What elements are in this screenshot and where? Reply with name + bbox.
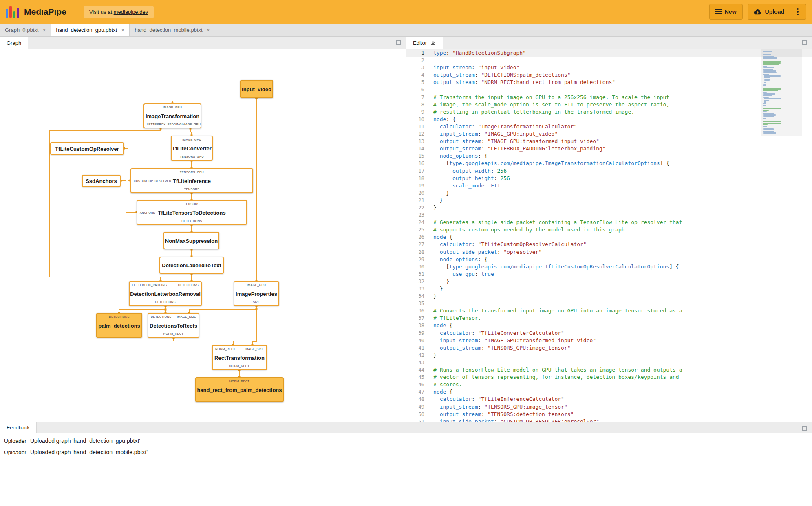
- editor-line[interactable]: 46# scores.: [406, 381, 812, 388]
- port-label: DETECTIONS: [155, 300, 175, 304]
- download-icon[interactable]: [430, 40, 436, 46]
- graph-node-tflite-tensors-to-detections[interactable]: TENSORS ANCHORS TfLiteTensorsToDetection…: [137, 200, 247, 225]
- editor-tab-label: Editor: [413, 40, 427, 46]
- graph-canvas[interactable]: input_video IMAGE_GPU ImageTransformatio…: [0, 49, 406, 422]
- expand-graph-panel-icon[interactable]: [396, 40, 401, 45]
- editor-line[interactable]: 27 calculator: "TfLiteCustomOpResolverCa…: [406, 241, 812, 248]
- file-tab-graph0[interactable]: Graph_0.pbtxt ×: [0, 24, 51, 36]
- editor-line[interactable]: 30 [type.googleapis.com/mediapipe.TfLite…: [406, 263, 812, 271]
- graph-node-detection-letterbox-removal[interactable]: LETTERBOX_PADDING DETECTIONS DetectionLe…: [129, 281, 202, 306]
- upload-menu-kebab-icon[interactable]: [792, 8, 800, 15]
- graph-node-hand-rect-from-palm-detections[interactable]: NORM_RECT hand_rect_from_palm_detections: [195, 377, 284, 402]
- editor-line[interactable]: 25# supports custom ops needed by the mo…: [406, 226, 812, 233]
- editor-line[interactable]: 40 input_stream: "IMAGE_GPU:transformed_…: [406, 337, 812, 344]
- port-label: IMAGE_GPU: [247, 283, 266, 287]
- editor-line[interactable]: 38node {: [406, 322, 812, 329]
- editor-line[interactable]: 8# image, the scale_mode option is set t…: [406, 101, 812, 108]
- editor-line[interactable]: 3input_stream: "input_video": [406, 64, 812, 71]
- graph-node-detection-label-id-to-text[interactable]: DetectionLabelIdToText: [159, 257, 224, 274]
- editor-line[interactable]: 49 input_stream: "TENSORS_GPU:image_tens…: [406, 403, 812, 411]
- editor-line[interactable]: 11 calculator: "ImageTransformationCalcu…: [406, 123, 812, 130]
- graph-node-rect-transformation[interactable]: NORM_RECT IMAGE_SIZE RectTransformation …: [212, 345, 267, 370]
- editor-line[interactable]: 23: [406, 211, 812, 219]
- tab-feedback[interactable]: Feedback: [0, 422, 37, 433]
- editor-line[interactable]: 2: [406, 57, 812, 64]
- editor-line[interactable]: 1type: "HandDetectionSubgraph": [406, 49, 812, 57]
- node-title: TfLiteInference: [131, 178, 252, 184]
- expand-feedback-panel-icon[interactable]: [802, 426, 807, 431]
- editor-line[interactable]: 10node: {: [406, 116, 812, 123]
- editor-line[interactable]: 19 scale_mode: FIT: [406, 182, 812, 189]
- editor-line[interactable]: 34}: [406, 293, 812, 300]
- editor-line[interactable]: 24# Generates a single side packet conta…: [406, 219, 812, 226]
- editor-line[interactable]: 12 input_stream: "IMAGE_GPU:input_video": [406, 130, 812, 138]
- close-icon[interactable]: ×: [42, 27, 46, 33]
- editor-line[interactable]: 14 output_stream: "LETTERBOX_PADDING:let…: [406, 145, 812, 152]
- tab-graph[interactable]: Graph: [0, 37, 28, 49]
- editor-line[interactable]: 15 node_options: {: [406, 152, 812, 160]
- port-label: IMAGE_SIZE: [177, 315, 196, 319]
- editor-line[interactable]: 44# Runs a TensorFlow Lite model on GPU …: [406, 366, 812, 374]
- editor-line[interactable]: 21 }: [406, 197, 812, 204]
- tab-editor[interactable]: Editor: [406, 37, 443, 49]
- expand-editor-panel-icon[interactable]: [802, 40, 807, 45]
- port-label: DETECTIONS: [151, 315, 171, 319]
- visit-prefix: Visit us at: [89, 9, 114, 15]
- editor-line[interactable]: 45# vector of tensors representing, for …: [406, 374, 812, 381]
- editor-line[interactable]: 17 output_width: 256: [406, 167, 812, 175]
- editor-line[interactable]: 29 node_options: {: [406, 256, 812, 263]
- editor-line[interactable]: 5output_stream: "NORM_RECT:hand_rect_fro…: [406, 79, 812, 86]
- graph-node-tflite-inference[interactable]: TENSORS_GPU CUSTOM_OP_RESOLVER TfLiteInf…: [130, 168, 253, 193]
- editor-code-area[interactable]: 1type: "HandDetectionSubgraph"23input_st…: [406, 49, 812, 422]
- editor-line[interactable]: 7# Transforms the input image on GPU to …: [406, 94, 812, 101]
- editor-line[interactable]: 41 output_stream: "TENSORS_GPU:image_ten…: [406, 344, 812, 352]
- node-title: ImageTransformation: [144, 113, 201, 119]
- graph-node-ssd-anchors[interactable]: SsdAnchors: [82, 175, 121, 187]
- editor-line[interactable]: 4output_stream: "DETECTIONS:palm_detecti…: [406, 71, 812, 79]
- mediapipe-dev-link[interactable]: mediapipe.dev: [114, 9, 148, 15]
- node-title: NonMaxSuppression: [164, 238, 218, 244]
- graph-node-tflite-custom-op-resolver[interactable]: TfLiteCustomOpResolver: [50, 142, 124, 155]
- close-icon[interactable]: ×: [121, 27, 124, 33]
- graph-node-non-max-suppression[interactable]: NonMaxSuppression: [163, 232, 219, 249]
- file-tab-hand-detection-mobile[interactable]: hand_detection_mobile.pbtxt ×: [130, 24, 215, 36]
- graph-node-tflite-converter[interactable]: IMAGE_GPU TfLiteConverter TENSORS_GPU: [171, 136, 213, 161]
- feedback-source: Uploader: [0, 449, 25, 455]
- editor-line[interactable]: 36# Converts the transformed input image…: [406, 307, 812, 315]
- editor-line[interactable]: 37# TfLiteTensor.: [406, 315, 812, 322]
- editor-line[interactable]: 31 use_gpu: true: [406, 271, 812, 278]
- editor-line[interactable]: 43: [406, 359, 812, 366]
- port-label: IMAGE_SIZE: [245, 347, 264, 351]
- graph-node-image-transformation[interactable]: IMAGE_GPU ImageTransformation LETTERBOX_…: [143, 103, 201, 128]
- editor-line[interactable]: 48 calculator: "TfLiteInferenceCalculato…: [406, 396, 812, 403]
- editor-line[interactable]: 35: [406, 300, 812, 307]
- editor-line[interactable]: 42}: [406, 352, 812, 359]
- close-icon[interactable]: ×: [207, 27, 210, 33]
- node-title: input_video: [241, 86, 272, 92]
- editor-line[interactable]: 50 output_stream: "TENSORS:detection_ten…: [406, 411, 812, 418]
- editor-line[interactable]: 39 calculator: "TfLiteConverterCalculato…: [406, 330, 812, 337]
- port-label: DETECTIONS: [178, 283, 199, 287]
- editor-line[interactable]: 18 output_height: 256: [406, 175, 812, 182]
- editor-line[interactable]: 32 }: [406, 278, 812, 285]
- graph-node-image-properties[interactable]: IMAGE_GPU ImageProperties SIZE: [234, 281, 279, 306]
- editor-line[interactable]: 6: [406, 86, 812, 93]
- editor-line[interactable]: 20 }: [406, 189, 812, 197]
- graph-node-palm-detections[interactable]: DETECTIONS palm_detections: [96, 313, 142, 338]
- editor-line[interactable]: 33 }: [406, 285, 812, 293]
- editor-line[interactable]: 47node {: [406, 388, 812, 396]
- editor-line[interactable]: 13 output_stream: "IMAGE_GPU:transformed…: [406, 138, 812, 145]
- graph-node-input-video[interactable]: input_video: [240, 80, 273, 98]
- editor-line[interactable]: 26node {: [406, 233, 812, 241]
- graph-edge: [252, 306, 256, 345]
- editor-line[interactable]: 16 [type.googleapis.com/mediapipe.ImageT…: [406, 160, 812, 167]
- upload-button[interactable]: Upload: [748, 4, 806, 20]
- editor-line[interactable]: 22}: [406, 204, 812, 211]
- editor-line[interactable]: 51 input_side_packet: "CUSTOM_OP_RESOLVE…: [406, 418, 812, 422]
- graph-node-detections-to-rects[interactable]: DETECTIONS IMAGE_SIZE DetectionsToRects …: [148, 313, 199, 338]
- editor-line[interactable]: 9# resulting in potential letterboxing i…: [406, 108, 812, 116]
- minimap-slider[interactable]: [761, 49, 802, 136]
- editor-line[interactable]: 28 output_side_packet: "opresolver": [406, 249, 812, 256]
- file-tab-hand-detection-gpu[interactable]: hand_detection_gpu.pbtxt ×: [51, 24, 130, 36]
- new-button[interactable]: New: [709, 4, 743, 20]
